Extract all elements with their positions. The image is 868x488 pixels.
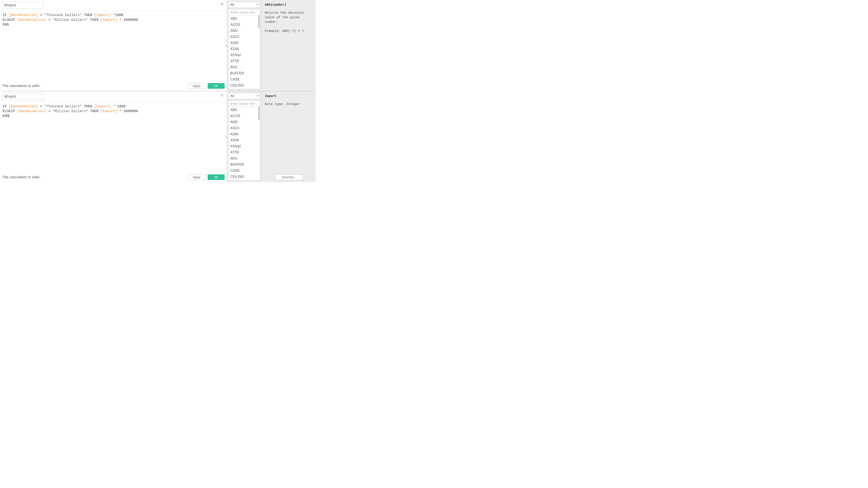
doc-body: Returns the absolute value of the given … [265,11,313,89]
function-list-item[interactable]: ATAN2 [228,143,260,150]
apply-button[interactable]: Apply [188,174,206,180]
code-token: 1000 [117,104,125,108]
svg-marker-3 [257,4,259,5]
svg-marker-7 [257,95,259,97]
close-icon[interactable] [220,2,225,6]
calc-name-input[interactable] [2,2,43,9]
code-token: = [46,18,53,22]
function-list-item[interactable]: AND [228,28,260,34]
code-token: 1000000 [123,18,138,22]
code-token: * [117,109,123,113]
apply-button[interactable]: Apply [188,83,206,89]
collapse-handle-icon[interactable] [225,43,227,47]
function-list-item[interactable]: ATTR [228,58,260,64]
code-token: = [38,13,44,17]
function-list-item[interactable]: AVG [228,64,260,70]
name-row [0,0,227,10]
function-panel: AllABSACOSANDASCIIASINATANATAN2ATTRAVGBU… [227,91,262,182]
doc-body: Data type: Integer [265,102,313,173]
function-list-item[interactable]: ABS [228,107,260,113]
ok-button[interactable]: OK [208,174,225,180]
function-list-item[interactable]: ASIN [228,131,260,137]
code-token: [Import] [94,13,111,17]
function-list-item[interactable]: AND [228,119,260,125]
function-panel: AllABSACOSANDASCIIASINATANATAN2ATTRAVGBU… [227,0,262,91]
function-list-item[interactable]: CEILING [228,83,260,89]
code-token: * [111,104,117,108]
function-list-item[interactable]: ACOS [228,22,260,28]
doc-title: Import [265,94,313,98]
function-list-item[interactable]: BUFFER [228,70,260,76]
code-token: END [3,23,9,27]
dropdown-label: All [228,2,256,8]
code-token: [Import] [100,18,117,22]
code-token: [Denomination] [17,109,46,113]
code-token: [Denomination] [9,104,38,108]
function-list-item[interactable]: ABS [228,15,260,22]
code-token: IF [3,13,9,17]
svg-marker-6 [226,136,227,138]
code-token: "Million Dollars" [53,18,88,22]
status-row: The calculation is valid.ApplyOK [0,82,227,91]
chevron-down-icon [256,2,260,8]
function-list-item[interactable]: ATAN [228,46,260,52]
scrollbar-thumb[interactable] [258,107,260,120]
status-row: The calculation is valid.ApplyOK [0,173,227,182]
collapse-handle-icon[interactable] [225,135,227,139]
validation-status: The calculation is valid. [2,84,186,88]
function-list-item[interactable]: CEILING [228,174,260,180]
code-token: "Thousand Dollars" [44,104,82,108]
code-token: [Denomination] [17,18,46,22]
code-token: END [3,114,9,118]
formula-editor[interactable]: IF [Denomination] = "Thousand Dollars" T… [0,102,227,173]
function-list-item[interactable]: ACOS [228,113,260,119]
formula-editor[interactable]: IF [Denomination] = "Thousand Dollars" T… [0,11,227,82]
describe-button[interactable]: Describe... [275,174,303,180]
code-token: THEN [82,104,94,108]
function-list-item[interactable]: CASE [228,168,260,174]
function-list-item[interactable]: ATAN [228,137,260,143]
dropdown-label: All [228,93,256,99]
function-list-item[interactable]: AVG [228,156,260,162]
scrollbar-thumb[interactable] [258,15,260,28]
svg-marker-2 [226,44,227,46]
close-icon[interactable] [220,94,225,98]
code-token: [Denomination] [9,13,38,17]
function-list-item[interactable]: BUFFER [228,162,260,168]
code-token: 1000000 [123,109,138,113]
function-list[interactable]: ABSACOSANDASCIIASINATANATAN2ATTRAVGBUFFE… [228,15,260,89]
function-list-item[interactable]: ASIN [228,40,260,46]
calc-editor-pane: IF [Denomination] = "Thousand Dollars" T… [0,91,315,182]
editor-left: IF [Denomination] = "Thousand Dollars" T… [0,91,227,182]
doc-panel: ImportData type: IntegerDescribe... [262,91,315,182]
name-row [0,91,227,102]
function-list-item[interactable]: ASCII [228,34,260,40]
code-token: [Export] [100,109,117,113]
code-token: THEN [88,109,101,113]
code-token: "Thousand Dollars" [44,13,82,17]
calc-editor-pane: IF [Denomination] = "Thousand Dollars" T… [0,0,315,91]
code-token: IF [3,104,9,108]
function-category-dropdown[interactable]: All [228,93,260,99]
code-token: * [111,13,115,17]
code-token: * [117,18,123,22]
ok-button[interactable]: OK [208,83,225,89]
function-category-dropdown[interactable]: All [228,2,260,8]
function-list-item[interactable]: ASCII [228,125,260,131]
function-list[interactable]: ABSACOSANDASCIIASINATANATAN2ATTRAVGBUFFE… [228,106,260,181]
calc-name-input[interactable] [2,93,43,100]
function-search-input[interactable] [228,9,260,15]
describe-row: Describe... [265,173,313,180]
doc-panel: ABS(number)Returns the absolute value of… [262,0,315,91]
function-search-input[interactable] [228,100,260,106]
editor-left: IF [Denomination] = "Thousand Dollars" T… [0,0,227,91]
code-token: THEN [88,18,101,22]
code-token: = [46,109,53,113]
function-list-item[interactable]: CASE [228,76,260,83]
chevron-down-icon [256,93,260,99]
function-list-item[interactable]: ATAN2 [228,52,260,58]
code-token: = [38,104,44,108]
code-token: [Export] [94,104,111,108]
code-token: THEN [82,13,94,17]
function-list-item[interactable]: ATTR [228,150,260,156]
